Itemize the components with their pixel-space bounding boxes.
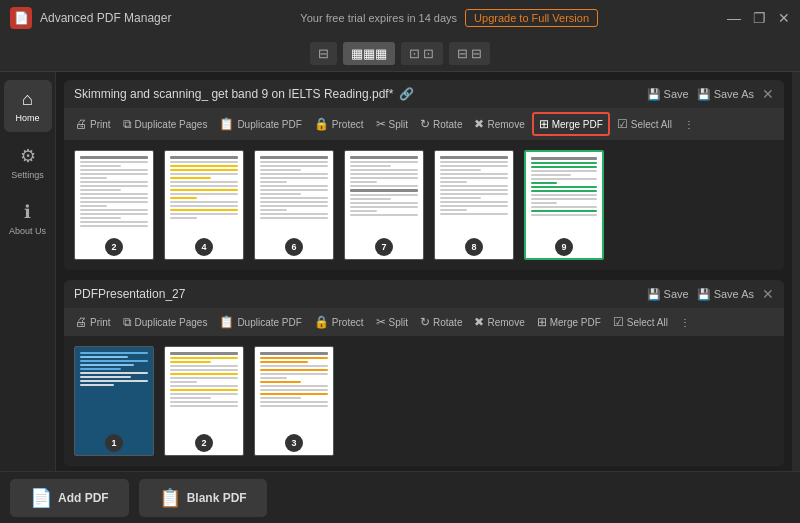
print-btn-doc1[interactable]: 🖨 Print [70,114,116,134]
merge-pdf-btn-doc2[interactable]: ⊞ Merge PDF [532,312,606,332]
duplicate-pages-icon-doc2: ⧉ [123,315,132,329]
select-all-btn-doc1[interactable]: ☑ Select All [612,114,677,134]
save-icon-doc1: 💾 [647,88,661,101]
trial-info: Your free trial expires in 14 days Upgra… [300,9,598,27]
page-line [170,373,238,375]
scrollbar-track[interactable] [792,72,800,471]
pdf-filename-doc1: Skimming and scanning_ get band 9 on IEL… [74,87,393,101]
remove-btn-doc2[interactable]: ✖ Remove [469,312,529,332]
close-doc1[interactable]: ✕ [762,86,774,102]
close-button[interactable]: ✕ [778,10,790,26]
print-btn-doc2[interactable]: 🖨 Print [70,312,116,332]
sidebar-item-about[interactable]: ℹ About Us [4,192,52,244]
split-icon-doc1: ✂ [376,117,386,131]
view-btn-grid-medium[interactable]: ▦▦▦ [343,42,395,65]
save-button-doc1[interactable]: 💾 Save [647,88,689,101]
page-number-9-doc1: 9 [555,238,573,256]
more-btn-doc1[interactable]: ⋮ [679,116,699,133]
blank-pdf-button[interactable]: 📋 Blank PDF [139,479,267,517]
page-thumb-2-doc2[interactable]: 2 [164,346,244,456]
page-line [531,198,597,200]
duplicate-pdf-btn-doc2[interactable]: 📋 Duplicate PDF [214,312,306,332]
sidebar-item-home[interactable]: ⌂ Home [4,80,52,132]
page-line [350,181,377,183]
page-line [260,373,328,375]
page-line [80,181,148,183]
page-line [350,202,418,204]
page-number-6-doc1: 6 [285,238,303,256]
rotate-btn-doc1[interactable]: ↻ Rotate [415,114,467,134]
page-line [170,369,238,371]
save-as-icon-doc1: 💾 [697,88,711,101]
page-line [80,173,148,175]
add-pdf-label: Add PDF [58,491,109,505]
page-line [260,205,328,207]
page-number-8-doc1: 8 [465,238,483,256]
add-pdf-button[interactable]: 📄 Add PDF [10,479,129,517]
page-line [80,352,148,354]
page-thumb-4-doc1[interactable]: 4 [164,150,244,260]
page-line [260,381,301,383]
view-btn-grid-large[interactable]: ⊡ ⊡ [401,42,443,65]
toolbar-doc1: 🖨 Print ⧉ Duplicate Pages 📋 Duplicate PD… [64,108,784,140]
save-button-doc2[interactable]: 💾 Save [647,288,689,301]
page-line [350,177,418,179]
save-as-button-doc2[interactable]: 💾 Save As [697,288,754,301]
minimize-button[interactable]: — [727,10,741,26]
view-btn-grid-small[interactable]: ⊟ [310,42,337,65]
page-line [260,397,301,399]
page-line [80,205,107,207]
page-number-3-doc2: 3 [285,434,303,452]
page-thumb-3-doc2[interactable]: 3 [254,346,334,456]
page-line [170,352,238,355]
page-line [260,389,328,391]
duplicate-pages-btn-doc1[interactable]: ⧉ Duplicate Pages [118,114,213,134]
page-line [531,170,597,172]
more-btn-doc2[interactable]: ⋮ [675,314,695,331]
page-thumb-6-doc1[interactable]: 6 [254,150,334,260]
page-thumb-2-doc1[interactable]: 2 [74,150,154,260]
blank-pdf-label: Blank PDF [187,491,247,505]
sidebar-label-settings: Settings [11,170,44,180]
close-doc2[interactable]: ✕ [762,286,774,302]
page-line [80,368,121,370]
split-icon-doc2: ✂ [376,315,386,329]
view-btn-list[interactable]: ⊟ ⊟ [449,42,491,65]
page-thumb-9-doc1[interactable]: 9 [524,150,604,260]
maximize-button[interactable]: ❐ [753,10,766,26]
page-line [531,214,597,216]
page-line [440,189,508,191]
merge-pdf-btn-doc1[interactable]: ⊞ Merge PDF [532,112,610,136]
pages-area-doc2: 1 [64,336,784,466]
save-as-button-doc1[interactable]: 💾 Save As [697,88,754,101]
page-line [531,174,571,176]
upgrade-button[interactable]: Upgrade to Full Version [465,9,598,27]
page-line [170,405,238,407]
split-btn-doc1[interactable]: ✂ Split [371,114,413,134]
protect-btn-doc1[interactable]: 🔒 Protect [309,114,369,134]
split-btn-doc2[interactable]: ✂ Split [371,312,413,332]
page-line [80,177,107,179]
page-line [531,186,597,188]
page-line [260,369,328,371]
page-thumb-1-doc2[interactable]: 1 [74,346,154,456]
remove-btn-doc1[interactable]: ✖ Remove [469,114,529,134]
page-thumb-7-doc1[interactable]: 7 [344,150,424,260]
page-line [170,393,238,395]
sidebar-item-settings[interactable]: ⚙ Settings [4,136,52,188]
window-controls[interactable]: — ❐ ✕ [727,10,790,26]
select-all-btn-doc2[interactable]: ☑ Select All [608,312,673,332]
rotate-btn-doc2[interactable]: ↻ Rotate [415,312,467,332]
page-line [80,201,148,203]
protect-btn-doc2[interactable]: 🔒 Protect [309,312,369,332]
page-thumb-8-doc1[interactable]: 8 [434,150,514,260]
page-line [170,185,238,187]
page-line [170,209,238,211]
page-line [170,377,238,379]
page-line [170,401,238,403]
page-number-7-doc1: 7 [375,238,393,256]
duplicate-pdf-btn-doc1[interactable]: 📋 Duplicate PDF [214,114,306,134]
page-line [260,181,287,183]
duplicate-pages-btn-doc2[interactable]: ⧉ Duplicate Pages [118,312,213,332]
duplicate-pdf-icon-doc1: 📋 [219,117,234,131]
